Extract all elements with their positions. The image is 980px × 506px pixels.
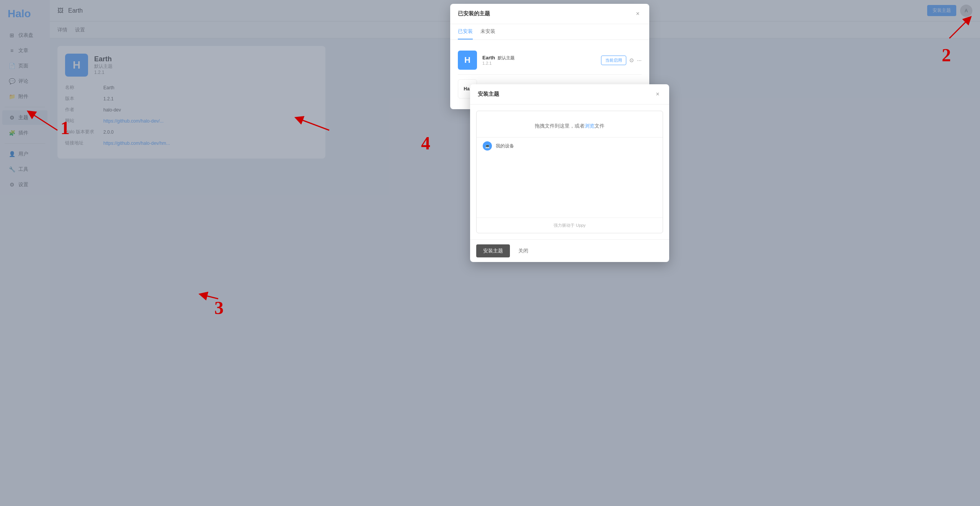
earth-theme-actions: 当前启用 ⊙ ··· xyxy=(601,56,642,65)
drop-text-after: 文件 xyxy=(595,123,604,129)
cancel-install-button[interactable]: 关闭 xyxy=(514,244,533,257)
drop-browse-link[interactable]: 浏览 xyxy=(585,123,595,129)
modal-overlay: 已安装的主题 × 已安装 未安装 H Earth 默认主题 1.2.1 当前启用… xyxy=(0,0,980,506)
installed-modal-tabs: 已安装 未安装 xyxy=(450,24,649,40)
device-icon: 💻 xyxy=(483,141,492,151)
earth-theme-version: 1.2.1 xyxy=(482,61,596,66)
install-modal-header: 安装主题 × xyxy=(470,84,669,105)
tab-installed[interactable]: 已安装 xyxy=(458,24,473,39)
installed-modal-header: 已安装的主题 × xyxy=(450,4,649,24)
earth-theme-info: Earth 默认主题 1.2.1 xyxy=(482,55,596,66)
upload-area[interactable]: 拖拽文件到这里，或者浏览文件 💻 我的设备 强力驱动于 Uppy xyxy=(476,111,663,233)
install-modal-footer: 安装主题 关闭 xyxy=(470,239,669,262)
source-device-label: 我的设备 xyxy=(496,143,514,149)
powered-by: 强力驱动于 Uppy xyxy=(477,218,663,233)
drop-zone[interactable]: 拖拽文件到这里，或者浏览文件 xyxy=(477,111,663,137)
theme-list-item-earth: H Earth 默认主题 1.2.1 当前启用 ⊙ ··· xyxy=(458,46,642,75)
install-modal-title: 安装主题 xyxy=(478,91,499,98)
earth-github-icon[interactable]: ⊙ xyxy=(629,57,634,63)
earth-theme-desc: 默认主题 xyxy=(498,56,514,60)
installed-modal-close[interactable]: × xyxy=(634,10,642,18)
install-modal-close[interactable]: × xyxy=(654,90,662,98)
earth-theme-logo: H xyxy=(458,51,477,70)
confirm-install-button[interactable]: 安装主题 xyxy=(476,244,510,257)
source-my-device[interactable]: 💻 我的设备 xyxy=(477,137,663,154)
earth-theme-name: Earth 默认主题 xyxy=(482,55,596,61)
upload-area-spacer xyxy=(477,154,663,218)
earth-activate-btn[interactable]: 当前启用 xyxy=(601,56,626,65)
install-theme-modal: 安装主题 × 拖拽文件到这里，或者浏览文件 💻 我的设备 强力驱动于 Uppy … xyxy=(470,84,669,262)
installed-modal-title: 已安装的主题 xyxy=(458,10,490,17)
install-modal-body: 拖拽文件到这里，或者浏览文件 💻 我的设备 强力驱动于 Uppy xyxy=(470,105,669,239)
earth-more-icon[interactable]: ··· xyxy=(637,57,642,63)
tab-uninstalled[interactable]: 未安装 xyxy=(480,24,495,39)
drop-text-before: 拖拽文件到这里，或者 xyxy=(535,123,585,129)
